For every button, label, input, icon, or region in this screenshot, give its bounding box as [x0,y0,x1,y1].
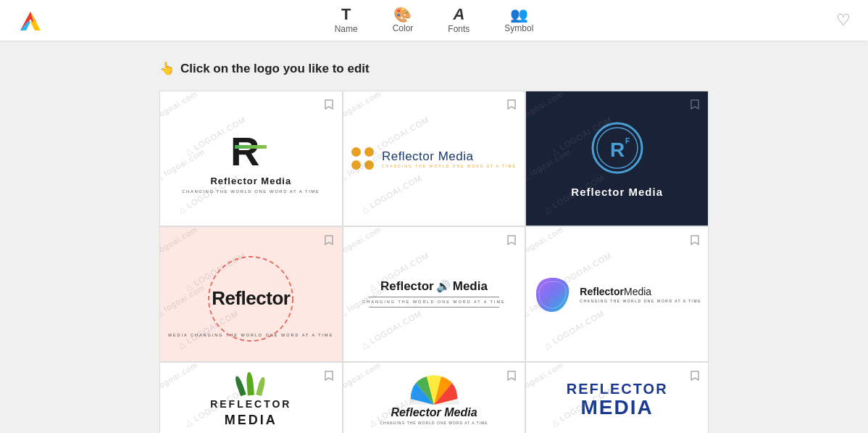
header-actions: ♡ [836,11,851,30]
logo7-leaves [241,370,262,395]
leaf-left [233,375,246,396]
bookmark-icon-9 [688,368,702,383]
logo-card-9[interactable]: △ logoai.com △ LOGOAI.COM REFLECTOR MEDI… [526,363,708,433]
logo-card-5[interactable]: △ logoai.com △ LOGOAI.COM △ logoai.com △… [343,227,525,361]
logo5-divider-bottom [369,307,499,308]
logo2-diamonds [351,147,375,170]
palette-icon: 🎨 [393,7,412,22]
header: T Name 🎨 Color A Fonts 👥 Symbol ♡ [0,0,868,41]
logo-grid: △ logoai.com △ LOGOAI.COM △ logoai.com △… [159,91,709,433]
font-a-icon: A [453,7,464,22]
logo6-inner: ReflectorMedia CHANGING THE WORLD ONE WO… [533,274,701,314]
logo8-fan-svg [405,373,463,405]
logo1-tagline: CHANGING THE WORLD ONE WORD AT A TIME [182,189,320,194]
instruction-emoji: 👆 [159,61,175,76]
logo7-name-top: REFLECTOR [210,398,291,410]
svg-text:F: F [625,137,630,145]
text-t-icon: T [341,7,351,22]
nav-symbol-label: Symbol [504,23,533,33]
logo8-tagline: CHANGING THE WORLD ONE WORD AT A TIME [380,421,488,425]
arta-logo-icon [17,7,43,33]
logo4-inner: Reflector MEDIA CHANGING THE WORLD ONE W… [168,252,333,337]
logo-card-6[interactable]: △ logoai.com △ LOGOAI.COM △ logoai.com △… [526,227,708,361]
svg-point-9 [209,257,293,341]
logo3-circle-wrap: R F [588,119,646,180]
main-content: 👆 Click on the logo you like to edit △ l… [0,41,868,433]
logo3-name: Reflector Media [571,186,663,198]
logo5-inner: Reflector 🔊 Media CHANGING THE WORLD ONE… [362,279,505,310]
logo-card-1[interactable]: △ logoai.com △ LOGOAI.COM △ logoai.com △… [160,91,342,226]
logo7-inner: REFLECTOR MEDIA [210,370,291,428]
logo5-divider-top [369,297,499,297]
logo8-inner: Reflector Media CHANGING THE WORLD ONE W… [380,373,488,425]
logo2-text-block: Reflector Media CHANGING THE WORLD ONE W… [382,149,517,168]
logo9-bottom: MEDIA [581,397,654,418]
diamond-dot-2 [364,147,374,157]
logo2-name: Reflector Media [382,149,517,164]
bookmark-icon-1 [322,97,336,112]
nav-name-label: Name [335,24,358,34]
logo6-tagline: CHANGING THE WORLD ONE WORD AT A TIME [580,299,701,303]
favorite-icon[interactable]: ♡ [836,11,851,30]
nav-item-symbol[interactable]: 👥 Symbol [504,7,533,33]
bookmark-icon-5 [504,233,519,247]
bookmark-icon-6 [688,233,702,247]
nav-item-color[interactable]: 🎨 Color [393,7,414,33]
logo5-tagline: CHANGING THE WORLD ONE WORD AT A TIME [362,300,505,304]
leaf-mid [246,372,254,396]
logo5-title-row: Reflector 🔊 Media [380,279,488,294]
symbol-icon: 👥 [510,7,528,22]
logo7-name-bottom: MEDIA [225,413,277,428]
logo3-circle-svg: R F [588,119,646,177]
logo1-inner: R Reflector Media CHANGING THE WORLD ONE… [182,123,320,194]
logo2-tagline: CHANGING THE WORLD ONE WORD AT A TIME [382,164,517,168]
logo1-letter-wrap: R [228,123,274,173]
svg-text:R: R [610,139,625,161]
logo5-media: Media [453,279,488,294]
instruction-text: Click on the logo you like to edit [180,62,370,76]
logo-card-7[interactable]: △ logoai.com △ LOGOAI.COM REFLECTOR MEDI… [160,363,342,433]
logo1-R-svg: R [228,123,274,170]
bookmark-icon-4 [322,233,336,247]
svg-rect-4 [235,145,267,149]
logo6-text-block: ReflectorMedia CHANGING THE WORLD ONE WO… [580,286,701,303]
logo-card-4[interactable]: △ logoai.com △ LOGOAI.COM △ logoai.com △… [160,227,342,361]
logo3-inner: R F Reflector Media [571,119,663,198]
logo4-circle-wrap: Reflector [204,252,298,346]
logo-card-8[interactable]: △ logoai.com △ LOGOAI.COM Reflector Medi… [343,363,525,433]
bookmark-icon-8 [504,368,519,383]
logo[interactable] [17,7,43,33]
logo-card-3[interactable]: △ logoai.com △ LOGOAI.COM △ logoai.com △… [526,91,708,226]
nav-color-label: Color [393,23,414,33]
logo4-dashed-circle [204,252,298,346]
bookmark-icon-2 [504,97,519,112]
diamond-dot-4 [364,160,374,170]
diamond-dot-1 [351,147,361,157]
logo5-speaker-icon: 🔊 [436,279,451,293]
nav-item-name[interactable]: T Name [335,7,358,34]
logo-card-2[interactable]: △ logoai.com △ LOGOAI.COM △ logoai.com △… [343,91,525,226]
leaf-right [256,376,266,396]
diamond-dot-3 [351,160,361,170]
logo5-reflector: Reflector [380,279,434,294]
svg-text:R: R [230,128,259,170]
logo9-inner: REFLECTOR MEDIA [567,381,668,418]
main-nav: T Name 🎨 Color A Fonts 👥 Symbol [335,7,534,34]
logo2-inner: Reflector Media CHANGING THE WORLD ONE W… [351,147,517,170]
nav-item-fonts[interactable]: A Fonts [448,7,470,34]
logo6-ribbon-svg [533,274,572,314]
bookmark-icon-7 [322,368,336,383]
logo9-top: REFLECTOR [567,381,668,397]
bookmark-icon-3 [688,97,702,112]
logo6-media: Media [624,286,651,297]
logo1-name: Reflector Media [210,176,291,186]
logo8-name: Reflector Media [391,406,477,419]
instruction-banner: 👆 Click on the logo you like to edit [159,61,709,76]
logo6-name: ReflectorMedia [580,286,701,297]
nav-fonts-label: Fonts [448,24,470,34]
